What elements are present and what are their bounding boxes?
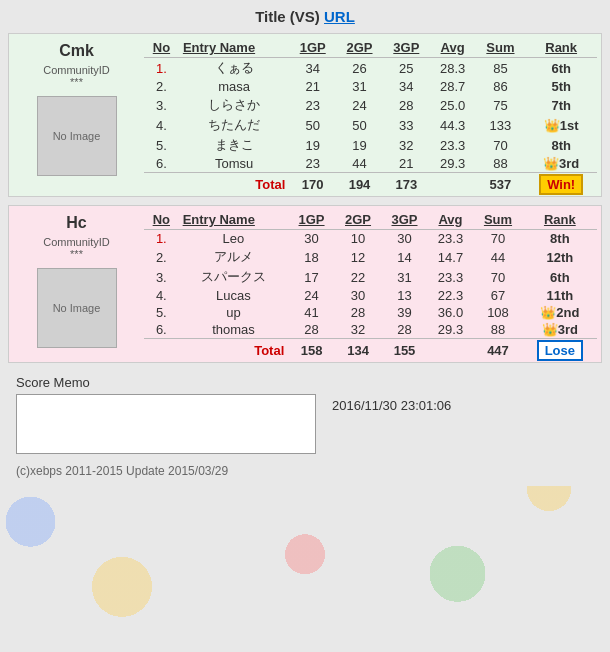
result-badge: Win! — [525, 173, 597, 197]
row-rank: 5th — [525, 78, 597, 95]
row-avg: 23.3 — [428, 267, 474, 287]
row-sum: 70 — [473, 230, 522, 248]
result-badge: Lose — [523, 339, 597, 363]
date-text: 2016/11/30 23:01:06 — [332, 398, 451, 413]
row-gp2: 24 — [336, 95, 383, 115]
team2-avatar: No Image — [37, 268, 117, 348]
table-row: 6.Tomsu23442129.388👑3rd — [144, 155, 597, 173]
row-gp1: 50 — [289, 115, 336, 135]
team2-layout: Hc CommunityID *** No Image No Entry Nam… — [9, 206, 601, 362]
row-rank: 7th — [525, 95, 597, 115]
row-sum: 108 — [473, 304, 522, 321]
team2-table-wrapper: No Entry Name 1GP 2GP 3GP Avg Sum Rank 1… — [144, 206, 601, 362]
row-avg: 44.3 — [430, 115, 476, 135]
row-gp2: 32 — [335, 321, 381, 339]
row-sum: 133 — [476, 115, 526, 135]
row-no: 5. — [144, 304, 179, 321]
row-rank: 8th — [525, 135, 597, 155]
row-gp3: 14 — [381, 247, 427, 267]
team1-score-table: No Entry Name 1GP 2GP 3GP Avg Sum Rank 1… — [144, 38, 597, 196]
table-row: 5.まきこ19193223.3708th — [144, 135, 597, 155]
row-rank: 6th — [523, 267, 597, 287]
row-no: 4. — [144, 287, 179, 304]
total-gp2: 134 — [335, 339, 381, 363]
row-avg: 36.0 — [428, 304, 474, 321]
row-gp3: 31 — [381, 267, 427, 287]
memo-and-date: 2016/11/30 23:01:06 — [16, 394, 594, 454]
total-row: Total170194173537Win! — [144, 173, 597, 197]
total-gp1: 158 — [288, 339, 334, 363]
row-gp3: 28 — [381, 321, 427, 339]
row-rank: 8th — [523, 230, 597, 248]
table-row: 1.くぁる34262528.3856th — [144, 58, 597, 79]
row-gp2: 30 — [335, 287, 381, 304]
row-rank: 👑1st — [525, 115, 597, 135]
row-name: まきこ — [179, 135, 289, 155]
col-1gp2: 1GP — [288, 210, 334, 230]
row-sum: 88 — [476, 155, 526, 173]
table-row: 5.up41283936.0108👑2nd — [144, 304, 597, 321]
col-entry-name2: Entry Name — [179, 210, 289, 230]
team2-info: Hc CommunityID *** No Image — [9, 206, 144, 356]
col-no2: No — [144, 210, 179, 230]
row-gp1: 23 — [289, 155, 336, 173]
row-gp2: 50 — [336, 115, 383, 135]
row-gp2: 44 — [336, 155, 383, 173]
team1-community-id: CommunityID *** — [43, 64, 110, 88]
row-gp3: 33 — [383, 115, 430, 135]
row-sum: 44 — [473, 247, 522, 267]
row-gp1: 24 — [288, 287, 334, 304]
row-gp2: 26 — [336, 58, 383, 79]
total-sum: 537 — [476, 173, 526, 197]
row-no: 4. — [144, 115, 179, 135]
table-row: 4.Lucas24301322.36711th — [144, 287, 597, 304]
row-gp1: 18 — [288, 247, 334, 267]
row-name: スパークス — [179, 267, 289, 287]
title-url-link[interactable]: URL — [324, 8, 355, 25]
team1-info: Cmk CommunityID *** No Image — [9, 34, 144, 184]
row-no: 3. — [144, 267, 179, 287]
row-sum: 85 — [476, 58, 526, 79]
row-gp3: 30 — [381, 230, 427, 248]
row-gp3: 13 — [381, 287, 427, 304]
row-avg: 23.3 — [428, 230, 474, 248]
row-avg: 29.3 — [428, 321, 474, 339]
col-sum: Sum — [476, 38, 526, 58]
row-rank: 👑3rd — [525, 155, 597, 173]
table-row: 1.Leo30103023.3708th — [144, 230, 597, 248]
row-no: 1. — [144, 58, 179, 79]
row-name: masa — [179, 78, 289, 95]
row-avg: 14.7 — [428, 247, 474, 267]
row-no: 3. — [144, 95, 179, 115]
total-sum: 447 — [473, 339, 522, 363]
team1-layout: Cmk CommunityID *** No Image No Entry Na… — [9, 34, 601, 196]
row-avg: 28.7 — [430, 78, 476, 95]
row-no: 5. — [144, 135, 179, 155]
row-rank: 👑2nd — [523, 304, 597, 321]
total-label: Total — [179, 339, 289, 363]
row-gp1: 28 — [288, 321, 334, 339]
row-name: くぁる — [179, 58, 289, 79]
row-gp1: 17 — [288, 267, 334, 287]
row-gp1: 21 — [289, 78, 336, 95]
row-rank: 6th — [525, 58, 597, 79]
row-sum: 86 — [476, 78, 526, 95]
row-name: thomas — [179, 321, 289, 339]
row-avg: 23.3 — [430, 135, 476, 155]
row-gp3: 28 — [383, 95, 430, 115]
row-sum: 88 — [473, 321, 522, 339]
team1-avatar: No Image — [37, 96, 117, 176]
title-bar: Title (VS) URL — [8, 8, 602, 25]
row-gp2: 31 — [336, 78, 383, 95]
team1-name: Cmk — [59, 42, 94, 60]
row-name: Leo — [179, 230, 289, 248]
col-rank: Rank — [525, 38, 597, 58]
row-name: up — [179, 304, 289, 321]
page-wrapper: Title (VS) URL Cmk CommunityID *** No Im… — [0, 0, 610, 486]
row-gp2: 10 — [335, 230, 381, 248]
memo-textarea[interactable] — [16, 394, 316, 454]
col-rank2: Rank — [523, 210, 597, 230]
row-avg: 22.3 — [428, 287, 474, 304]
col-2gp: 2GP — [336, 38, 383, 58]
row-no: 2. — [144, 247, 179, 267]
